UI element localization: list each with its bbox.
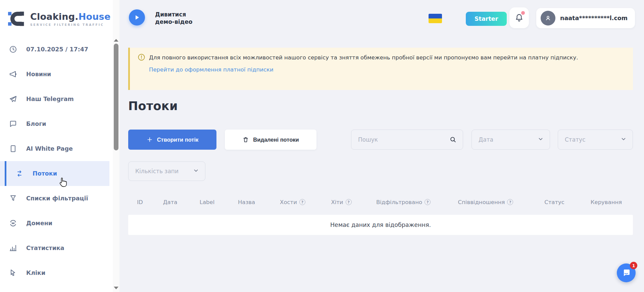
table-column-header[interactable]: Label bbox=[189, 199, 226, 205]
trial-banner: Для повного використання всіх можливосте… bbox=[128, 48, 633, 90]
person-icon bbox=[544, 14, 552, 22]
stats-icon bbox=[9, 244, 17, 252]
clicks-icon bbox=[9, 269, 17, 277]
chat-widget-button[interactable]: 1 bbox=[617, 263, 636, 282]
table-column-header[interactable]: Хіти ? bbox=[318, 199, 365, 205]
warning-icon bbox=[138, 54, 145, 62]
search-input[interactable] bbox=[351, 136, 449, 143]
table-empty-state: Немає даних для відображення. bbox=[128, 215, 633, 235]
sidebar-item-filter[interactable]: Списки фільтрації bbox=[0, 186, 109, 211]
date-filter-dropdown[interactable]: Дата bbox=[472, 130, 550, 150]
chevron-down-icon bbox=[538, 136, 544, 143]
help-icon[interactable]: ? bbox=[507, 199, 513, 205]
domain-icon bbox=[9, 219, 17, 228]
sidebar-item-streams[interactable]: Потоки bbox=[0, 161, 109, 186]
notification-dot bbox=[521, 11, 525, 15]
sidebar-item-megaphone[interactable]: Новини bbox=[0, 62, 109, 87]
help-icon[interactable]: ? bbox=[299, 199, 305, 205]
page-icon bbox=[9, 144, 17, 153]
mouse-cursor-icon bbox=[58, 177, 67, 189]
notifications-button[interactable] bbox=[509, 7, 529, 28]
language-flag-ukraine[interactable] bbox=[429, 14, 442, 23]
sidebar-item-domain[interactable]: Домени bbox=[0, 211, 109, 236]
help-icon[interactable]: ? bbox=[425, 199, 431, 205]
user-email: naata**********l.com bbox=[560, 15, 628, 21]
search-field bbox=[351, 130, 463, 150]
user-account-button[interactable]: naata**********l.com bbox=[536, 8, 635, 28]
plus-icon bbox=[146, 136, 153, 143]
chevron-down-icon bbox=[193, 167, 199, 175]
demo-video-label[interactable]: Дивитися демо-відео bbox=[155, 11, 192, 26]
scroll-down-arrow-icon[interactable] bbox=[114, 287, 118, 289]
telegram-icon bbox=[9, 95, 17, 103]
table-column-header[interactable]: Статус bbox=[529, 199, 580, 205]
sidebar-item-page[interactable]: AI White Page bbox=[0, 136, 109, 161]
status-filter-dropdown[interactable]: Статус bbox=[558, 130, 633, 150]
chevron-down-icon bbox=[621, 136, 627, 143]
create-stream-button[interactable]: Створити потік bbox=[128, 130, 216, 150]
sidebar-menu: 07.10.2025 / 17:47 Новини Наш Telegram Б… bbox=[0, 37, 109, 285]
deleted-streams-button[interactable]: Видалені потоки bbox=[225, 130, 316, 150]
streams-table-header: ID Дата Label Назва Хости ? Хіти ? Відфі… bbox=[128, 196, 633, 208]
brand-logo[interactable]: Cloaking.House SERVICE FILTERING TRAFFIC bbox=[0, 0, 119, 28]
sidebar-scrollbar[interactable] bbox=[113, 0, 119, 292]
help-icon[interactable]: ? bbox=[346, 199, 352, 205]
brand-name: Cloaking.House bbox=[30, 11, 110, 22]
megaphone-icon bbox=[9, 70, 17, 79]
demo-video-play-button[interactable] bbox=[129, 9, 145, 26]
chat-icon bbox=[9, 119, 17, 128]
upgrade-subscription-link[interactable]: Перейти до оформлення платної підписки bbox=[149, 66, 274, 73]
filter-icon bbox=[9, 194, 17, 203]
table-column-header[interactable]: Співвідношення ? bbox=[442, 199, 529, 205]
brand-logo-icon bbox=[8, 9, 26, 28]
scrollbar-thumb[interactable] bbox=[114, 44, 118, 150]
search-icon[interactable] bbox=[449, 136, 457, 143]
chat-unread-badge: 1 bbox=[630, 262, 637, 269]
sidebar: Cloaking.House SERVICE FILTERING TRAFFIC… bbox=[0, 0, 119, 292]
per-page-dropdown[interactable]: Кількість запи bbox=[128, 161, 205, 181]
chat-bubble-icon bbox=[622, 268, 631, 278]
plan-badge[interactable]: Starter bbox=[466, 12, 507, 26]
streams-icon bbox=[15, 169, 24, 178]
trash-icon bbox=[242, 136, 249, 143]
table-column-header[interactable]: Керування bbox=[580, 199, 633, 205]
table-column-header[interactable]: Відфільтровано ? bbox=[365, 199, 442, 205]
page-title: Потоки bbox=[128, 99, 178, 113]
sidebar-item-clock[interactable]: 07.10.2025 / 17:47 bbox=[0, 37, 109, 62]
sidebar-item-telegram[interactable]: Наш Telegram bbox=[0, 87, 109, 111]
table-column-header[interactable]: Хости ? bbox=[267, 199, 318, 205]
table-column-header[interactable]: ID bbox=[128, 199, 152, 205]
clock-icon bbox=[9, 45, 17, 54]
table-column-header[interactable]: Назва bbox=[226, 199, 267, 205]
sidebar-item-chat[interactable]: Блоги bbox=[0, 111, 109, 136]
brand-tagline: SERVICE FILTERING TRAFFIC bbox=[30, 23, 110, 27]
table-column-header[interactable]: Дата bbox=[152, 199, 189, 205]
play-icon bbox=[134, 14, 140, 21]
avatar bbox=[541, 11, 555, 26]
trial-banner-message: Для повного використання всіх можливосте… bbox=[149, 53, 578, 62]
sidebar-item-stats[interactable]: Статистика bbox=[0, 236, 109, 260]
sidebar-item-clicks[interactable]: Кліки bbox=[0, 260, 109, 285]
scroll-up-arrow-icon[interactable] bbox=[114, 39, 118, 42]
